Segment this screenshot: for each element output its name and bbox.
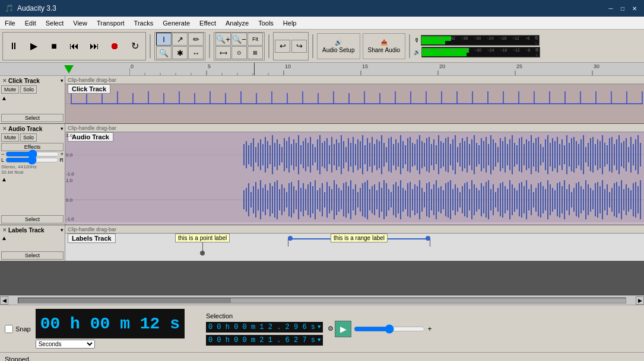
time-format-select[interactable]: Seconds hh:mm:ss bbox=[36, 340, 95, 349]
audio-track-solo[interactable]: Solo bbox=[20, 133, 37, 142]
trim-button[interactable]: ⊠ bbox=[248, 46, 263, 59]
svg-rect-118 bbox=[457, 147, 458, 162]
undo-button[interactable]: ↩ bbox=[275, 40, 290, 53]
point-label[interactable]: this is a point label bbox=[175, 234, 230, 255]
fit-selection-button[interactable]: Fit bbox=[248, 33, 263, 46]
click-track-solo[interactable]: Solo bbox=[20, 85, 37, 94]
time-shift-tool[interactable]: ↔ bbox=[188, 46, 204, 59]
click-track-mute[interactable]: Mute bbox=[1, 85, 19, 94]
svg-rect-126 bbox=[476, 143, 477, 167]
menu-tools[interactable]: Tools bbox=[253, 17, 278, 29]
labels-clip-bar[interactable]: Clip-handle drag-bar bbox=[65, 225, 644, 234]
labels-track-select[interactable]: Select bbox=[1, 251, 64, 260]
maximize-button[interactable]: □ bbox=[618, 4, 627, 13]
minimize-button[interactable]: ─ bbox=[606, 4, 616, 13]
labels-track-arrow[interactable]: ▾ bbox=[61, 227, 64, 233]
pan-slider[interactable] bbox=[5, 157, 58, 163]
click-track-select[interactable]: Select bbox=[1, 114, 64, 122]
labels-track-up-icon[interactable]: ▲ bbox=[1, 235, 7, 241]
speed-slider[interactable] bbox=[354, 324, 425, 334]
menu-analyze[interactable]: Analyze bbox=[221, 17, 253, 29]
multi-tool[interactable]: ✱ bbox=[172, 46, 188, 59]
selection-tool[interactable]: I bbox=[156, 33, 172, 46]
svg-rect-354 bbox=[614, 183, 615, 216]
redo-button[interactable]: ↪ bbox=[291, 40, 307, 53]
hscroll-thumb[interactable] bbox=[18, 298, 231, 303]
empty-track-area bbox=[0, 261, 644, 295]
menu-view[interactable]: View bbox=[68, 17, 92, 29]
click-track-close[interactable]: ✕ bbox=[1, 77, 8, 84]
menu-effect[interactable]: Effect bbox=[195, 17, 221, 29]
audio-track-content: Clip-handle drag-bar Audio Track 1.0 0.0… bbox=[65, 124, 644, 225]
svg-rect-54 bbox=[305, 138, 306, 171]
svg-rect-102 bbox=[419, 135, 420, 174]
selection-start-arrow[interactable]: ▼ bbox=[318, 324, 321, 330]
menu-transport[interactable]: Transport bbox=[92, 17, 129, 29]
svg-rect-218 bbox=[291, 182, 292, 218]
click-track-row: ✕ Click Track ▾ Mute Solo ▲ Select Clip-… bbox=[0, 76, 644, 124]
svg-rect-290 bbox=[462, 186, 463, 213]
playback-play-button[interactable]: ▶ bbox=[335, 321, 351, 337]
skip-fwd-button[interactable]: ⏭ bbox=[85, 37, 104, 56]
svg-rect-257 bbox=[383, 180, 385, 219]
svg-rect-355 bbox=[616, 182, 617, 218]
svg-rect-233 bbox=[326, 182, 328, 218]
audio-track-up-icon[interactable]: ▲ bbox=[1, 176, 7, 183]
pause-button[interactable]: ⏸ bbox=[4, 37, 23, 56]
svg-rect-285 bbox=[450, 180, 451, 219]
scroll-left-arrow[interactable]: ◀ bbox=[0, 296, 8, 305]
menu-tracks[interactable]: Tracks bbox=[129, 17, 158, 29]
selection-end-arrow[interactable]: ▼ bbox=[318, 337, 321, 343]
click-track-clip-bar[interactable]: Clip-handle drag-bar bbox=[65, 76, 644, 84]
time-value: 00 h 00 m 12 s bbox=[40, 315, 180, 333]
settings-icon[interactable]: ⚙ bbox=[328, 325, 330, 333]
svg-rect-223 bbox=[303, 183, 304, 216]
audio-track-mute[interactable]: Mute bbox=[1, 133, 19, 142]
menu-select[interactable]: Select bbox=[41, 17, 69, 29]
envelope-tool[interactable]: ↗ bbox=[172, 33, 188, 46]
click-track-arrow[interactable]: ▾ bbox=[61, 78, 64, 84]
menu-help[interactable]: Help bbox=[278, 17, 302, 29]
audio-setup-icon: 🔊 bbox=[335, 39, 342, 46]
record-button[interactable]: ⏺ bbox=[105, 37, 124, 56]
play-button[interactable]: ▶ bbox=[24, 37, 43, 56]
svg-rect-168 bbox=[576, 141, 577, 168]
skip-back-button[interactable]: ⏮ bbox=[65, 37, 84, 56]
svg-rect-227 bbox=[312, 186, 313, 213]
svg-rect-330 bbox=[557, 183, 558, 216]
draw-tool[interactable]: ✏ bbox=[188, 33, 204, 46]
svg-rect-40 bbox=[272, 135, 273, 174]
menu-file[interactable]: File bbox=[0, 17, 20, 29]
loop-button[interactable]: ↻ bbox=[125, 37, 144, 56]
close-button[interactable]: ✕ bbox=[630, 4, 639, 13]
svg-rect-352 bbox=[609, 192, 610, 207]
zoom-out-button[interactable]: 🔍− bbox=[231, 33, 247, 46]
audio-track-clip-bar[interactable]: Clip-handle drag-bar bbox=[65, 124, 644, 132]
stop-button[interactable]: ■ bbox=[45, 37, 64, 56]
output-meter[interactable]: 🔊 −54−48−42−36−30−24−18−12−60 R L bbox=[414, 47, 540, 57]
zoom-toggle-button[interactable]: ⊙ bbox=[231, 46, 247, 59]
menu-generate[interactable]: Generate bbox=[158, 17, 195, 29]
svg-rect-63 bbox=[326, 138, 328, 171]
zoom-tool[interactable]: 🔍 bbox=[156, 46, 172, 59]
zoom-in-button[interactable]: 🔍+ bbox=[215, 33, 231, 46]
click-track-up-icon[interactable]: ▲ bbox=[1, 95, 7, 101]
audio-track-close[interactable]: ✕ bbox=[1, 125, 8, 132]
share-audio-button[interactable]: 📤 Share Audio bbox=[363, 33, 406, 59]
labels-track-close[interactable]: ✕ bbox=[1, 226, 8, 234]
svg-rect-282 bbox=[443, 190, 444, 209]
menu-edit[interactable]: Edit bbox=[20, 17, 41, 29]
horizontal-scrollbar[interactable]: ◀ ▶ bbox=[0, 295, 644, 305]
hscroll-track[interactable] bbox=[18, 298, 626, 304]
svg-rect-339 bbox=[578, 182, 579, 218]
svg-rect-281 bbox=[440, 186, 442, 213]
scroll-right-arrow[interactable]: ▶ bbox=[636, 296, 644, 305]
input-meter[interactable]: 🎙 −54−48−42−36−30−24−18−12−60 R L bbox=[414, 35, 540, 46]
audio-track-select[interactable]: Select bbox=[1, 215, 64, 223]
audio-track-arrow[interactable]: ▾ bbox=[61, 126, 64, 132]
range-label-text: this is a range label bbox=[331, 234, 388, 242]
zoom-reset-button[interactable]: ⟷ bbox=[215, 46, 231, 59]
audio-setup-button[interactable]: 🔊 Audio Setup bbox=[317, 33, 360, 59]
snap-checkbox[interactable] bbox=[5, 325, 13, 333]
svg-rect-280 bbox=[438, 188, 439, 212]
